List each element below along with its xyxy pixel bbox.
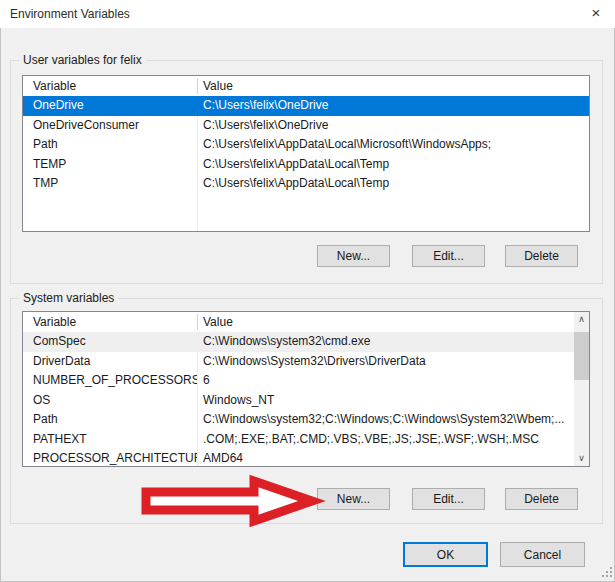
- resize-grip[interactable]: [601, 566, 612, 577]
- table-row-pathext[interactable]: PATHEXT .COM;.EXE;.BAT;.CMD;.VBS;.VBE;.J…: [23, 430, 589, 450]
- user-edit-button[interactable]: Edit...: [412, 245, 485, 267]
- column-header-value[interactable]: Value: [197, 76, 589, 96]
- value-cell: C:\Users\felix\OneDrive: [197, 116, 589, 136]
- ok-button[interactable]: OK: [403, 542, 488, 567]
- column-header-variable[interactable]: Variable: [23, 312, 197, 332]
- cancel-button[interactable]: Cancel: [500, 542, 585, 567]
- variable-cell: Path: [23, 135, 197, 155]
- column-header-variable[interactable]: Variable: [23, 76, 197, 96]
- scroll-up-icon[interactable]: ∧: [574, 312, 589, 327]
- value-cell: 6: [197, 371, 589, 391]
- user-delete-button[interactable]: Delete: [505, 245, 578, 267]
- user-new-button[interactable]: New...: [317, 245, 390, 267]
- variable-cell: ComSpec: [23, 332, 197, 352]
- title-bar: Environment Variables ×: [0, 0, 615, 28]
- variable-cell: Path: [23, 410, 197, 430]
- user-table-body: OneDrive C:\Users\felix\OneDrive OneDriv…: [23, 96, 589, 231]
- table-row-comspec[interactable]: ComSpec C:\Windows\system32\cmd.exe: [23, 332, 589, 352]
- system-table-body: ComSpec C:\Windows\system32\cmd.exe Driv…: [23, 332, 589, 466]
- table-row-number-of-processors[interactable]: NUMBER_OF_PROCESSORS 6: [23, 371, 589, 391]
- system-variables-group-label: System variables: [19, 291, 118, 305]
- variable-cell: OS: [23, 391, 197, 411]
- value-cell: C:\Windows\system32;C:\Windows;C:\Window…: [197, 410, 589, 430]
- scrollbar-thumb[interactable]: [574, 332, 589, 380]
- value-cell: C:\Windows\System32\Drivers\DriverData: [197, 352, 589, 372]
- value-cell: C:\Users\felix\AppData\Local\Temp: [197, 174, 589, 194]
- user-variables-table: Variable Value OneDrive C:\Users\felix\O…: [22, 75, 590, 232]
- table-row-temp[interactable]: TEMP C:\Users\felix\AppData\Local\Temp: [23, 155, 589, 175]
- variable-cell: OneDriveConsumer: [23, 116, 197, 136]
- value-cell: AMD64: [197, 449, 589, 467]
- column-header-value[interactable]: Value: [197, 312, 589, 332]
- table-row-onedriveconsumer[interactable]: OneDriveConsumer C:\Users\felix\OneDrive: [23, 116, 589, 136]
- user-table-header: Variable Value: [23, 76, 589, 97]
- scroll-down-icon[interactable]: ∨: [574, 451, 589, 466]
- table-row-os[interactable]: OS Windows_NT: [23, 391, 589, 411]
- variable-cell: PATHEXT: [23, 430, 197, 450]
- value-cell: Windows_NT: [197, 391, 589, 411]
- value-cell: C:\Users\felix\AppData\Local\Microsoft\W…: [197, 135, 589, 155]
- variable-cell: TEMP: [23, 155, 197, 175]
- system-delete-button[interactable]: Delete: [505, 488, 578, 510]
- system-new-button[interactable]: New...: [317, 488, 390, 510]
- value-cell: C:\Users\felix\AppData\Local\Temp: [197, 155, 589, 175]
- value-cell: C:\Windows\system32\cmd.exe: [197, 332, 589, 352]
- column-divider-header[interactable]: [197, 78, 198, 94]
- variable-cell: TMP: [23, 174, 197, 194]
- close-icon[interactable]: ×: [577, 0, 615, 28]
- value-cell: .COM;.EXE;.BAT;.CMD;.VBS;.VBE;.JS;.JSE;.…: [197, 430, 589, 450]
- system-edit-button[interactable]: Edit...: [412, 488, 485, 510]
- variable-cell: PROCESSOR_ARCHITECTURE: [23, 449, 197, 467]
- vertical-scrollbar[interactable]: ∧ ∨: [574, 312, 589, 466]
- table-row-driverdata[interactable]: DriverData C:\Windows\System32\Drivers\D…: [23, 352, 589, 372]
- variable-cell: DriverData: [23, 352, 197, 372]
- user-variables-group-label: User variables for felix: [19, 53, 146, 67]
- table-row-tmp[interactable]: TMP C:\Users\felix\AppData\Local\Temp: [23, 174, 589, 194]
- table-row-onedrive[interactable]: OneDrive C:\Users\felix\OneDrive: [23, 96, 589, 116]
- value-cell: C:\Users\felix\OneDrive: [197, 96, 589, 116]
- table-row-processor-architecture[interactable]: PROCESSOR_ARCHITECTURE AMD64: [23, 449, 589, 467]
- variable-cell: NUMBER_OF_PROCESSORS: [23, 371, 197, 391]
- column-divider-header[interactable]: [197, 314, 198, 330]
- table-row-path[interactable]: Path C:\Users\felix\AppData\Local\Micros…: [23, 135, 589, 155]
- environment-variables-dialog: Environment Variables × User variables f…: [0, 0, 615, 582]
- table-row-path[interactable]: Path C:\Windows\system32;C:\Windows;C:\W…: [23, 410, 589, 430]
- system-variables-table: Variable Value ComSpec C:\Windows\system…: [22, 311, 590, 467]
- variable-cell: OneDrive: [23, 96, 197, 116]
- system-table-header: Variable Value: [23, 312, 589, 333]
- window-title: Environment Variables: [10, 0, 130, 28]
